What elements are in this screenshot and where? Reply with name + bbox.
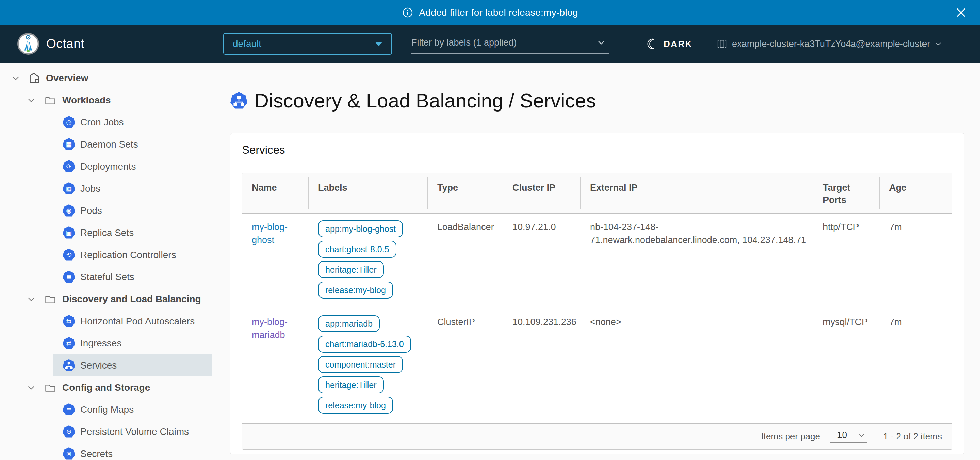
sidebar-item-label: Ingresses bbox=[80, 338, 121, 349]
column-header-name: Name bbox=[242, 173, 309, 213]
table-footer: Items per page 10 1 - 2 of 2 items bbox=[242, 423, 952, 449]
sidebar-item-pods[interactable]: ◉Pods bbox=[53, 200, 212, 222]
chevron-down-icon bbox=[858, 431, 865, 439]
sidebar-item-jobs[interactable]: ▩Jobs bbox=[53, 178, 212, 200]
sidebar-item-deployments[interactable]: ⟳Deployments bbox=[53, 155, 212, 178]
target-ports-cell: http/TCP bbox=[813, 214, 880, 308]
chevron-down-icon bbox=[934, 40, 942, 48]
sidebar-item-horizontal-pod-autoscalers[interactable]: ⇆Horizontal Pod Autoscalers bbox=[53, 310, 212, 332]
sidebar-item-label: Config Maps bbox=[80, 404, 134, 415]
label-filter-text: Filter by labels (1 applied) bbox=[411, 37, 517, 48]
label-pill[interactable]: component:master bbox=[318, 356, 403, 373]
card-title: Services bbox=[242, 143, 953, 156]
moon-icon bbox=[647, 38, 659, 50]
label-filter-input[interactable]: Filter by labels (1 applied) bbox=[411, 34, 609, 54]
chevron-down-icon[interactable] bbox=[27, 295, 36, 304]
label-pill[interactable]: app:my-blog-ghost bbox=[318, 220, 403, 237]
sidebar-item-secrets[interactable]: ⊠Secrets bbox=[53, 443, 212, 460]
labels-cell: app:mariadbchart:mariadb-6.13.0component… bbox=[309, 308, 428, 423]
sidebar-item-config-maps[interactable]: ≡Config Maps bbox=[53, 398, 212, 420]
external-ip-cell: nb-104-237-148-71.newark.nodebalancer.li… bbox=[581, 214, 813, 308]
labels-cell: app:my-blog-ghostchart:ghost-8.0.5herita… bbox=[309, 214, 428, 308]
sidebar-item-label: Discovery and Load Balancing bbox=[62, 294, 201, 305]
column-header-spacer bbox=[946, 173, 953, 213]
sidebar-item-label: Replica Sets bbox=[80, 227, 134, 238]
items-per-page-value: 10 bbox=[837, 430, 847, 440]
sidebar-item-services[interactable]: Services bbox=[53, 354, 212, 376]
service-icon bbox=[230, 92, 248, 109]
sidebar-nav: OverviewWorkloads◷Cron Jobs▦Daemon Sets⟳… bbox=[0, 67, 212, 460]
items-per-page-label: Items per page bbox=[761, 431, 820, 442]
app-header: Octant default Filter by labels (1 appli… bbox=[0, 25, 980, 63]
sidebar-item-replication-controllers[interactable]: ⟲Replication Controllers bbox=[53, 244, 212, 266]
items-per-page-select[interactable]: 10 bbox=[830, 430, 867, 443]
label-pill[interactable]: release:my-blog bbox=[318, 281, 393, 298]
cronjob-icon: ◷ bbox=[63, 116, 75, 128]
folder-icon bbox=[45, 382, 56, 393]
target-ports-cell: mysql/TCP bbox=[813, 308, 880, 423]
secret-icon: ⊠ bbox=[63, 447, 75, 460]
label-pill[interactable]: heritage:Tiller bbox=[318, 261, 384, 278]
replication-controller-icon: ⟲ bbox=[63, 249, 75, 261]
column-header-age: Age bbox=[880, 173, 946, 213]
caret-down-icon bbox=[375, 42, 382, 46]
sidebar-item-label: Workloads bbox=[62, 95, 111, 106]
info-circle-icon bbox=[402, 7, 414, 18]
column-header-type: Type bbox=[428, 173, 503, 213]
sidebar-item-config-and-storage[interactable]: Config and Storage bbox=[0, 376, 212, 398]
context-selector[interactable]: example-cluster-ka3TuTzYo4a@example-clus… bbox=[716, 38, 942, 50]
cluster-ip-cell: 10.109.231.236 bbox=[503, 308, 581, 423]
column-header-labels: Labels bbox=[309, 173, 428, 213]
sidebar-item-cron-jobs[interactable]: ◷Cron Jobs bbox=[53, 111, 212, 133]
table-body: my-blog-ghostapp:my-blog-ghostchart:ghos… bbox=[242, 214, 952, 423]
cluster-icon bbox=[716, 38, 728, 50]
sidebar-item-overview[interactable]: Overview bbox=[0, 67, 212, 89]
label-pill[interactable]: heritage:Tiller bbox=[318, 376, 384, 393]
sidebar-item-ingresses[interactable]: ⇄Ingresses bbox=[53, 332, 212, 354]
sidebar-item-daemon-sets[interactable]: ▦Daemon Sets bbox=[53, 133, 212, 155]
table-row-my-blog-mariadb: my-blog-mariadbapp:mariadbchart:mariadb-… bbox=[242, 308, 952, 423]
sidebar-item-workloads[interactable]: Workloads bbox=[0, 89, 212, 111]
label-pill[interactable]: app:mariadb bbox=[318, 315, 380, 332]
sidebar-item-label: Horizontal Pod Autoscalers bbox=[80, 316, 195, 327]
label-pill[interactable]: chart:ghost-8.0.5 bbox=[318, 241, 396, 258]
octant-logo-icon bbox=[17, 33, 40, 55]
chevron-down-icon[interactable] bbox=[27, 383, 36, 392]
service-link[interactable]: my-blog-ghost bbox=[252, 222, 288, 245]
chevron-down-icon[interactable] bbox=[11, 74, 20, 82]
theme-toggle-button[interactable]: DARK bbox=[647, 38, 692, 50]
folder-icon bbox=[45, 293, 56, 305]
folder-icon bbox=[45, 95, 56, 106]
main-content: Discovery & Load Balancing / Services Se… bbox=[212, 63, 980, 460]
pvc-icon: ⊖ bbox=[63, 425, 75, 438]
replicaset-icon: ▣ bbox=[63, 227, 75, 239]
sidebar-item-stateful-sets[interactable]: ≣Stateful Sets bbox=[53, 266, 212, 288]
label-pill[interactable]: release:my-blog bbox=[318, 397, 393, 414]
octant-app: Added filter for label release:my-blog O… bbox=[0, 0, 980, 460]
sidebar-item-label: Secrets bbox=[80, 449, 113, 459]
job-icon: ▩ bbox=[63, 182, 75, 195]
services-table: NameLabelsTypeCluster IPExternal IPTarge… bbox=[242, 173, 953, 450]
spacer-cell bbox=[946, 214, 953, 308]
services-card: Services NameLabelsTypeCluster IPExterna… bbox=[230, 133, 964, 454]
close-icon[interactable] bbox=[955, 6, 967, 19]
sidebar-item-label: Services bbox=[80, 360, 117, 371]
sidebar-item-persistent-volume-claims[interactable]: ⊖Persistent Volume Claims bbox=[53, 420, 212, 443]
column-header-target-ports: Target Ports bbox=[813, 173, 880, 213]
name-cell: my-blog-mariadb bbox=[242, 308, 309, 423]
sidebar-item-replica-sets[interactable]: ▣Replica Sets bbox=[53, 222, 212, 244]
service-link[interactable]: my-blog-mariadb bbox=[252, 317, 288, 340]
pagination-range: 1 - 2 of 2 items bbox=[883, 431, 942, 442]
context-value: example-cluster-ka3TuTzYo4a@example-clus… bbox=[732, 39, 930, 49]
namespace-selector[interactable]: default bbox=[223, 33, 392, 55]
label-pill[interactable]: chart:mariadb-6.13.0 bbox=[318, 336, 411, 352]
theme-toggle-label: DARK bbox=[663, 39, 692, 49]
hpa-icon: ⇆ bbox=[63, 315, 75, 327]
overview-icon bbox=[27, 71, 41, 85]
pod-icon: ◉ bbox=[63, 204, 75, 217]
table-header-row: NameLabelsTypeCluster IPExternal IPTarge… bbox=[242, 173, 952, 214]
configmap-icon: ≡ bbox=[63, 403, 75, 416]
sidebar-item-discovery-and-load-balancing[interactable]: Discovery and Load Balancing bbox=[0, 288, 212, 310]
chevron-down-icon[interactable] bbox=[27, 96, 36, 105]
info-banner: Added filter for label release:my-blog bbox=[0, 0, 980, 25]
